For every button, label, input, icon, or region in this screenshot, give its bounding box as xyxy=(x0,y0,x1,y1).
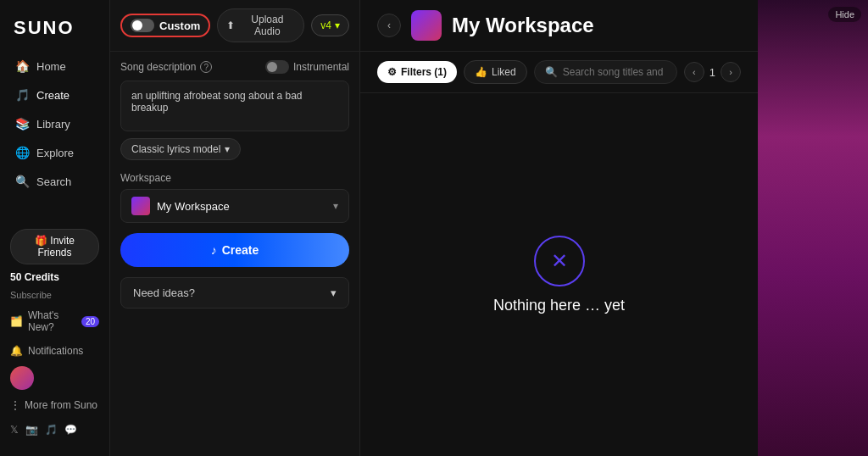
search-input[interactable] xyxy=(563,66,666,78)
lyrics-model-button[interactable]: Classic lyrics model ▾ xyxy=(120,138,241,160)
back-button[interactable]: ‹ xyxy=(377,14,401,37)
search-icon: 🔍 xyxy=(545,66,558,78)
empty-icon-circle: ✕ xyxy=(534,236,585,286)
notifications-label: Notifications xyxy=(28,345,83,357)
need-ideas-button[interactable]: Need ideas? ▾ xyxy=(120,277,349,309)
song-description-row: Song description ? Instrumental xyxy=(110,52,359,77)
empty-state: ✕ Nothing here … yet xyxy=(360,93,758,456)
top-bar: Custom ⬆ Upload Audio v4 ▾ xyxy=(110,0,359,52)
upload-audio-button[interactable]: ⬆ Upload Audio xyxy=(217,8,304,42)
page-number: 1 xyxy=(709,66,715,79)
right-panel: Hide xyxy=(758,0,868,456)
version-button[interactable]: v4 ▾ xyxy=(311,14,349,36)
main-header: ‹ My Workspace xyxy=(360,0,758,52)
chevron-down-icon: ▾ xyxy=(335,19,340,31)
instrumental-toggle[interactable]: Instrumental xyxy=(265,60,349,74)
explore-icon: 🌐 xyxy=(15,146,30,159)
instrumental-label: Instrumental xyxy=(293,61,349,73)
library-icon: 📚 xyxy=(15,117,30,131)
discord-icon[interactable]: 💬 xyxy=(64,424,77,436)
dots-icon: ⋮ xyxy=(10,399,20,411)
sidebar: SUNO 🏠 Home 🎵 Create 📚 Library 🌐 Explore… xyxy=(0,0,110,456)
music-note-icon: ♪ xyxy=(211,243,217,257)
sidebar-item-home[interactable]: 🏠 Home xyxy=(7,53,103,80)
logo: SUNO xyxy=(0,10,109,53)
liked-label: Liked xyxy=(492,66,516,78)
sidebar-item-library[interactable]: 📚 Library xyxy=(7,110,103,137)
whats-new-item[interactable]: 🗂️ What's New? 20 xyxy=(10,307,99,336)
prev-page-button[interactable]: ‹ xyxy=(684,62,704,82)
filter-label: Filters (1) xyxy=(401,66,447,78)
sidebar-item-label: Create xyxy=(36,89,70,102)
sidebar-item-label: Explore xyxy=(36,147,74,159)
social-links: 𝕏 📷 🎵 💬 xyxy=(10,420,99,439)
sidebar-nav: 🏠 Home 🎵 Create 📚 Library 🌐 Explore 🔍 Se… xyxy=(0,53,109,222)
more-from-suno-item[interactable]: ⋮ More from Suno xyxy=(10,397,99,414)
chevron-down-icon: ▾ xyxy=(333,200,338,212)
thumbs-up-icon: 👍 xyxy=(475,66,487,78)
filter-icon: ⚙ xyxy=(387,66,397,78)
workspace-section-label: Workspace xyxy=(110,169,359,189)
workspace-thumbnail xyxy=(131,197,150,215)
sidebar-item-create[interactable]: 🎵 Create xyxy=(7,81,103,108)
workspace-name-label: My Workspace xyxy=(157,200,326,213)
upload-label: Upload Audio xyxy=(239,14,295,37)
sidebar-item-explore[interactable]: 🌐 Explore xyxy=(7,139,103,166)
song-description-input[interactable]: an uplifting afrobeat song about a bad b… xyxy=(120,81,349,131)
chevron-down-icon: ▾ xyxy=(225,143,230,155)
custom-toggle[interactable]: Custom xyxy=(120,14,210,37)
middle-panel: Custom ⬆ Upload Audio v4 ▾ Song descript… xyxy=(110,0,360,456)
main-content: ‹ My Workspace ⚙ Filters (1) 👍 Liked 🔍 ‹… xyxy=(360,0,758,456)
invite-friends-button[interactable]: 🎁 Invite Friends xyxy=(10,229,99,264)
sidebar-item-search[interactable]: 🔍 Search xyxy=(7,168,103,195)
instrumental-switch xyxy=(265,60,289,74)
whats-new-label: What's New? xyxy=(28,309,76,333)
subscribe-link[interactable]: Subscribe xyxy=(10,290,99,300)
custom-label: Custom xyxy=(159,19,200,32)
chevron-down-icon: ▾ xyxy=(331,286,337,299)
toolbar: ⚙ Filters (1) 👍 Liked 🔍 ‹ 1 › xyxy=(360,52,758,93)
search-icon: 🔍 xyxy=(15,175,30,188)
empty-title: Nothing here … yet xyxy=(493,297,625,314)
sidebar-item-label: Search xyxy=(36,175,71,188)
music-icon: 🎵 xyxy=(15,88,30,102)
invite-label: 🎁 Invite Friends xyxy=(19,235,90,259)
instagram-icon[interactable]: 📷 xyxy=(25,424,38,436)
workspace-selector[interactable]: My Workspace ▾ xyxy=(120,189,349,223)
search-box[interactable]: 🔍 xyxy=(534,60,677,84)
liked-button[interactable]: 👍 Liked xyxy=(464,60,527,84)
toggle-switch xyxy=(131,19,154,32)
twitter-icon[interactable]: 𝕏 xyxy=(10,424,19,436)
sidebar-bottom: 🎁 Invite Friends 50 Credits Subscribe 🗂️… xyxy=(0,222,109,446)
upload-icon: ⬆ xyxy=(226,19,235,31)
sidebar-item-label: Home xyxy=(36,60,66,73)
avatar[interactable] xyxy=(10,366,34,390)
page-title: My Workspace xyxy=(452,14,594,37)
need-ideas-label: Need ideas? xyxy=(133,286,195,299)
more-from-suno-label: More from Suno xyxy=(25,399,97,411)
workspace-header-icon xyxy=(411,10,442,41)
song-description-label: Song description xyxy=(120,61,196,73)
lyrics-model-label: Classic lyrics model xyxy=(131,143,220,155)
hide-button[interactable]: Hide xyxy=(828,7,861,22)
info-icon: ? xyxy=(200,61,212,73)
notifications-item[interactable]: 🔔 Notifications xyxy=(10,342,99,359)
create-button[interactable]: ♪ Create xyxy=(120,233,349,267)
home-icon: 🏠 xyxy=(15,59,30,73)
create-label: Create xyxy=(222,243,259,257)
whats-new-icon: 🗂️ xyxy=(10,315,23,327)
tiktok-icon[interactable]: 🎵 xyxy=(45,424,58,436)
pagination: ‹ 1 › xyxy=(684,62,741,82)
bell-icon: 🔔 xyxy=(10,345,23,357)
next-page-button[interactable]: › xyxy=(721,62,741,82)
filter-button[interactable]: ⚙ Filters (1) xyxy=(377,61,457,83)
version-label: v4 xyxy=(320,19,331,31)
x-icon: ✕ xyxy=(551,249,568,273)
whats-new-badge: 20 xyxy=(81,316,99,327)
sidebar-item-label: Library xyxy=(36,118,70,131)
credits-display: 50 Credits xyxy=(10,271,99,283)
